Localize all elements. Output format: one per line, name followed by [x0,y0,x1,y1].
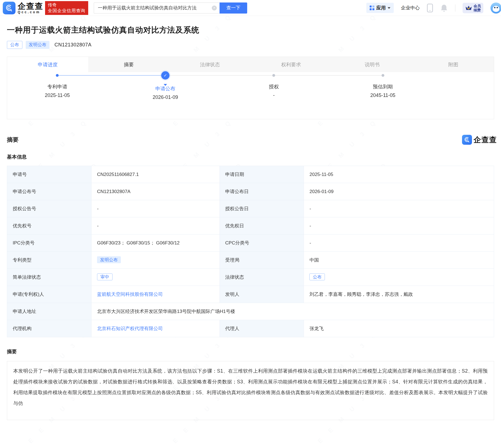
patent-type-badge: 发明公布 [97,256,121,263]
field-label: 法律状态 [220,269,304,286]
abstract-text: 本发明公开了一种用于运载火箭主结构试验仿真自动对比方法及系统，该方法包括以下步骤… [13,366,488,409]
divider [455,4,455,12]
tab-abstract[interactable]: 摘要 [88,57,169,72]
field-value: 2025-11-05 [304,166,494,183]
page-title: 一种用于运载火箭主结构试验仿真自动对比方法及系统 [7,25,494,35]
brand-text: 企查查 Qcc.com [18,1,43,15]
search-button[interactable]: 查一下 [220,2,247,14]
field-value: CN202511606827.1 [91,166,220,183]
applicant-link[interactable]: 蓝箭航天空间科技股份有限公司 [97,292,163,297]
field-value: 中国 [304,252,494,269]
progress-card: 申请进度 摘要 法律状态 权利要求 说明书 附图 专利申请 2025-11-05… [7,57,494,119]
table-row: 申请号 CN202511606827.1 申请日期 2025-11-05 [7,166,494,183]
field-label: 申请(专利权)人 [7,286,92,303]
vip-label-line2: 续费 [474,8,481,12]
vip-label-line1: 会员 [474,4,481,8]
apps-label: 应用 [376,5,386,11]
field-label: 代理人 [220,320,304,337]
notification-bell-icon[interactable] [440,4,448,12]
inventors-value: 刘乙君，李嘉骞，顾秀聪，李泽忠，苏志强，戴政 [304,286,494,303]
qcc-logo-icon [3,2,15,14]
field-label: 授权公告号 [7,200,92,217]
search-bar: ✕ 查一下 [94,2,247,14]
apps-menu[interactable]: 应用 [366,3,394,13]
qcc-watermark-logo: 企查查 [462,135,497,145]
field-label: 申请号 [7,166,92,183]
field-label: 简单法律状态 [7,269,92,286]
field-label: 专利类型 [7,252,92,269]
qcc-watermark-text: 企查查 [474,135,497,145]
milestone-dot [56,74,59,77]
promo-banner: 传奇 全国企业信用查询 [45,1,88,15]
qcc-logo-icon-small [462,135,472,145]
table-row: IPC分类号 G06F30/23； G06F30/15； G06F30/12 C… [7,234,494,252]
milestone-date: 2025-11-05 [16,93,99,98]
field-value: - [304,200,494,217]
field-value: G06F30/23； G06F30/15； G06F30/12 [91,234,220,252]
search-input[interactable] [94,2,220,14]
tab-application-progress[interactable]: 申请进度 [7,57,88,72]
abstract-box: 本发明公开了一种用于运载火箭主结构试验仿真自动对比方法及系统，该方法包括以下步骤… [7,361,494,420]
basic-info-table: 申请号 CN202511606827.1 申请日期 2025-11-05 申请公… [7,166,494,337]
milestone-label: 预估到期 [341,83,424,90]
check-icon: ✓ [161,71,169,80]
field-label: 代理机构 [7,320,92,337]
field-label: 申请公布号 [7,183,92,200]
table-row: 简单法律状态 审中 法律状态 公布 [7,269,494,286]
field-label: 优先权号 [7,217,92,234]
section-title-abstract: 摘要 [7,136,19,144]
tab-bar: 申请进度 摘要 法律状态 权利要求 说明书 附图 [7,57,494,72]
tab-figures[interactable]: 附图 [413,57,494,72]
status-badge: 公布 [7,41,22,49]
field-value: - [91,217,220,234]
simple-legal-status-badge: 审中 [97,273,113,280]
promo-line1: 传奇 [48,2,85,8]
patent-timeline: 专利申请 2025-11-05 ✓ 申请公布 2026-01-09 授权 - 预… [7,72,494,119]
qcc-logo[interactable]: 企查查 Qcc.com 传奇 全国企业信用查询 [3,1,88,15]
top-header: 企查查 Qcc.com 传奇 全国企业信用查询 ✕ 查一下 [0,0,501,16]
table-row: 申请人地址 北京市大兴区经济技术开发区荣华南路13号院中航国际广场H1号楼 [7,303,494,320]
enterprise-center-link[interactable]: 企业中心 [401,5,420,11]
table-row: 优先权号 - 优先权日 - [7,217,494,234]
agency-link[interactable]: 北京科石知识产权代理有限公司 [97,326,163,331]
field-label: 申请人地址 [7,303,92,320]
clear-search-icon[interactable]: ✕ [212,6,217,10]
field-label: IPC分类号 [7,234,92,252]
table-row: 申请公布号 CN121302807A 申请公布日 2026-01-09 [7,183,494,200]
tab-claims[interactable]: 权利要求 [251,57,332,72]
field-value: - [91,200,220,217]
crown-icon [465,5,472,11]
table-row: 代理机构 北京科石知识产权代理有限公司 代理人 张龙飞 [7,320,494,337]
vip-renew-button[interactable]: 会员 续费 [463,3,483,13]
table-row: 申请(专利权)人 蓝箭航天空间科技股份有限公司 发明人 刘乙君，李嘉骞，顾秀聪，… [7,286,494,303]
brand-name: 企查查 [18,2,43,10]
promo-line2: 全国企业信用查询 [48,8,85,14]
milestone-date: 2045-11-05 [341,93,424,98]
chevron-down-icon [388,7,390,9]
milestone-dot [272,74,275,77]
address-value: 北京市大兴区经济技术开发区荣华南路13号院中航国际广场H1号楼 [91,303,494,320]
section-title-abstract-bottom: 摘要 [7,348,494,355]
milestone-publication: ✓ 申请公布 2026-01-09 [124,72,207,100]
user-avatar[interactable] [490,2,501,14]
milestone-expiry: 预估到期 2045-11-05 [341,72,424,98]
field-label: 申请公布日 [220,183,304,200]
field-label: CPC分类号 [220,234,304,252]
patent-badges: 公布 发明公布 CN121302807A [7,41,494,49]
apps-grid-icon [370,6,374,10]
milestone-label: 专利申请 [16,83,99,90]
field-label: 优先权日 [220,217,304,234]
milestone-filing: 专利申请 2025-11-05 [16,72,99,98]
field-label: 发明人 [220,286,304,303]
tab-description[interactable]: 说明书 [332,57,413,72]
table-row: 授权公告号 - 授权公告日 - [7,200,494,217]
field-value: 2026-01-09 [304,183,494,200]
mobile-app-icon[interactable] [427,4,433,12]
legal-status-badge: 公布 [309,273,325,280]
table-row: 专利类型 发明公布 受理局 中国 [7,252,494,269]
brand-domain: Qcc.com [18,10,43,14]
tab-legal-status[interactable]: 法律状态 [169,57,251,72]
agent-value: 张龙飞 [304,320,494,337]
milestone-label: 申请公布 [124,85,207,92]
patent-number: CN121302807A [54,42,92,48]
